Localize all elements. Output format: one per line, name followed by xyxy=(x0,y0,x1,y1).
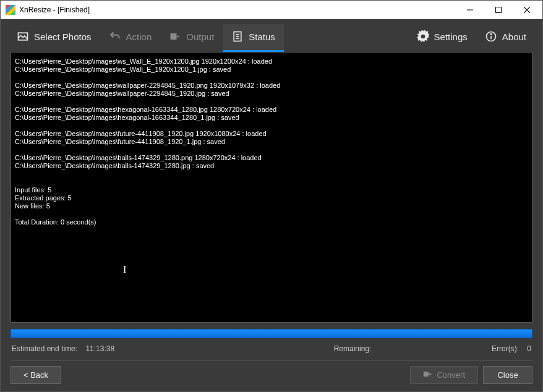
errors-label: Error(s): xyxy=(492,344,519,353)
footer-buttons: < Back Convert Close xyxy=(1,366,542,391)
info-icon xyxy=(485,30,497,43)
tab-select-photos[interactable]: Select Photos xyxy=(8,24,100,52)
tab-bar: Select Photos Action Output Status xyxy=(1,19,542,52)
tab-about[interactable]: About xyxy=(476,24,535,52)
tab-settings[interactable]: Settings xyxy=(408,24,476,52)
back-label: < Back xyxy=(24,370,48,380)
estimated-label: Estimated end time: xyxy=(12,344,77,353)
tab-label: Action xyxy=(126,32,152,42)
tab-label: Settings xyxy=(434,32,468,42)
status-bar: Estimated end time: 11:13:38 Remaining: … xyxy=(1,342,542,354)
text-cursor-icon: I xyxy=(123,264,126,275)
log-panel: C:\Users\Pierre_\Desktop\images\ws_Wall_… xyxy=(11,52,532,323)
gear-icon xyxy=(417,30,429,43)
convert-button: Convert xyxy=(410,366,478,384)
tab-action[interactable]: Action xyxy=(100,24,161,52)
select-photos-icon xyxy=(17,30,29,43)
convert-label: Convert xyxy=(437,370,465,380)
minimize-button[interactable] xyxy=(456,1,484,19)
progress-bar xyxy=(11,329,532,338)
undo-icon xyxy=(109,30,121,43)
remaining-label: Remaining: xyxy=(334,344,372,353)
window-title: XnResize - [Finished] xyxy=(19,6,456,14)
app-icon xyxy=(6,5,15,15)
tab-label: About xyxy=(502,32,526,42)
separator xyxy=(11,360,532,361)
svg-rect-13 xyxy=(424,372,429,377)
back-button[interactable]: < Back xyxy=(11,366,61,384)
close-label: Close xyxy=(497,370,518,380)
tab-label: Output xyxy=(186,32,214,42)
tab-label: Select Photos xyxy=(34,32,92,42)
output-icon xyxy=(169,30,181,43)
estimated-value: 11:13:38 xyxy=(85,344,114,353)
svg-rect-5 xyxy=(171,33,177,40)
log-text[interactable]: C:\Users\Pierre_\Desktop\images\ws_Wall_… xyxy=(15,58,528,226)
svg-point-12 xyxy=(490,33,492,35)
svg-rect-1 xyxy=(496,7,502,12)
errors-value: 0 xyxy=(527,344,531,353)
maximize-button[interactable] xyxy=(484,1,513,19)
convert-icon xyxy=(423,370,433,380)
tab-output[interactable]: Output xyxy=(160,24,223,52)
titlebar: XnResize - [Finished] xyxy=(1,1,542,19)
tab-label: Status xyxy=(249,32,275,42)
tab-status[interactable]: Status xyxy=(223,24,284,52)
close-button[interactable]: Close xyxy=(483,366,532,384)
status-icon xyxy=(231,30,244,43)
close-window-button[interactable] xyxy=(513,1,541,19)
